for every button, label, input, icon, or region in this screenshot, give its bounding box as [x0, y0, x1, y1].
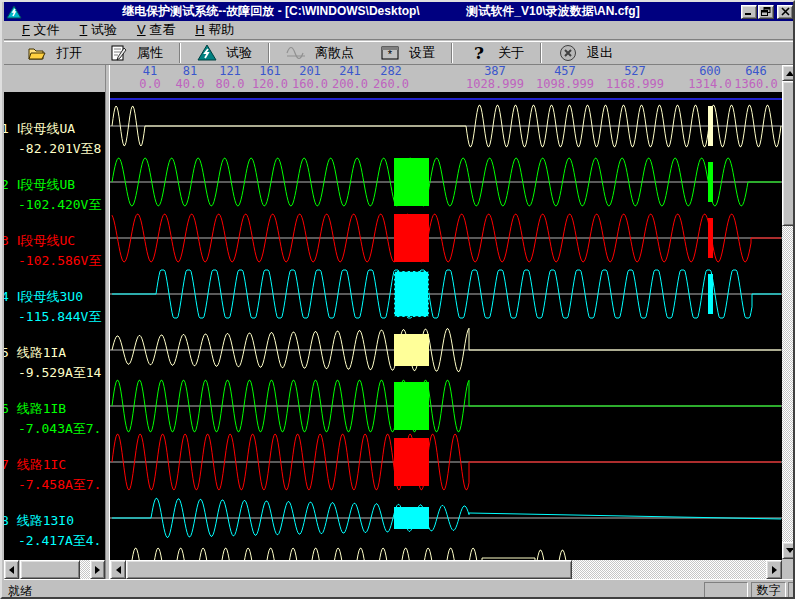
channel-range-label: -7.043A至7. — [18, 421, 101, 436]
waveform-plot — [110, 92, 782, 560]
channel-labels: 1 Ⅰ段母线UA-82.201V至82 Ⅰ段母线UB-102.420V至3 Ⅰ段… — [4, 92, 105, 560]
ruler-tick: 4571098.999 — [536, 65, 594, 91]
test-lightning-icon — [197, 44, 217, 62]
waveform-scroll-left-button[interactable] — [110, 560, 126, 579]
fault-square-marker[interactable] — [394, 214, 429, 262]
ruler-tick: 282260.0 — [373, 65, 409, 91]
svg-text:?: ? — [474, 44, 484, 62]
settings-icon: * — [380, 44, 400, 62]
labels-scroll-left-button[interactable] — [4, 560, 19, 579]
restore-button[interactable] — [758, 5, 774, 19]
window-title: 继电保护测试系统--故障回放 - [C:\WINDOWS\Desktop\ 测试… — [22, 3, 740, 20]
fault-square-marker[interactable] — [394, 438, 429, 486]
ruler-tick: 8140.0 — [176, 65, 205, 91]
channel-name-label: 7 线路1IC — [4, 457, 66, 472]
fault-square-marker[interactable] — [394, 507, 429, 529]
channel-name-label: 8 线路13I0 — [4, 513, 74, 528]
status-mode-badge: 数字 — [751, 582, 786, 598]
vertical-scrollbar[interactable] — [782, 65, 795, 559]
channel-name-label: 3 Ⅰ段母线UC — [4, 233, 75, 248]
scrollbar-corner — [782, 560, 795, 579]
channel-range-label: -82.201V至8 — [18, 141, 101, 156]
cursor-bar-marker — [708, 218, 713, 258]
close-button[interactable] — [777, 5, 793, 19]
waveform-area[interactable] — [110, 92, 782, 560]
ruler-spacer — [4, 65, 105, 92]
menu-bar: F 文件 T 试验 V 查看 H 帮助 — [4, 21, 795, 40]
about-button[interactable]: ? 关于 — [456, 43, 537, 63]
channel-range-label: -115.844V至 — [18, 309, 101, 324]
menu-test[interactable]: T 试验 — [70, 20, 127, 40]
menu-view[interactable]: V 查看 — [127, 20, 185, 40]
status-panel-empty — [788, 582, 795, 598]
fault-square-marker[interactable] — [394, 382, 429, 430]
ruler: 410.08140.012180.0161120.0201160.0241200… — [110, 65, 782, 92]
ruler-tick: 161120.0 — [252, 65, 288, 91]
cursor-bar-marker — [708, 162, 713, 202]
fault-square-marker[interactable] — [394, 334, 429, 366]
status-panel-empty — [704, 582, 748, 598]
ruler-tick: 241200.0 — [332, 65, 368, 91]
open-button[interactable]: 打开 — [14, 43, 95, 63]
fault-square-marker[interactable] — [394, 271, 429, 317]
channel-name-label: 1 Ⅰ段母线UA — [4, 121, 75, 136]
svg-text:*: * — [388, 48, 393, 60]
waveform-scroll-right-button[interactable] — [766, 560, 782, 579]
sine-wave-icon — [286, 44, 306, 62]
toolbar: 打开 属性 试验 离散点 — [4, 41, 795, 65]
settings-button[interactable]: * 设置 — [367, 43, 448, 63]
scroll-up-button[interactable] — [782, 65, 795, 81]
channel-name-label: 2 Ⅰ段母线UB — [4, 177, 75, 192]
menu-help[interactable]: H 帮助 — [185, 20, 244, 40]
waveform-scroll-thumb[interactable] — [126, 560, 572, 579]
waveform-scroll-track[interactable] — [572, 560, 766, 579]
cursor-bar-marker — [708, 106, 713, 146]
vertical-scroll-thumb[interactable] — [782, 81, 795, 226]
question-mark-icon: ? — [469, 44, 489, 62]
labels-scroll-track[interactable] — [80, 560, 90, 579]
ruler-tick: 6001314.0 — [688, 65, 731, 91]
ruler-tick: 5271168.999 — [606, 65, 664, 91]
status-ready-text: 就绪 — [8, 583, 32, 599]
app-window: 继电保护测试系统--故障回放 - [C:\WINDOWS\Desktop\ 测试… — [0, 0, 795, 599]
channel-range-label: -2.417A至4. — [18, 533, 101, 548]
exit-button[interactable]: 退出 — [545, 43, 626, 63]
labels-scroll-right-button[interactable] — [90, 560, 105, 579]
channel-range-label: -7.458A至7. — [18, 477, 101, 492]
status-bar: 就绪 数字 — [4, 579, 795, 599]
exit-icon — [558, 44, 578, 62]
ruler-tick: 6461360.0 — [734, 65, 777, 91]
ruler-tick: 201160.0 — [292, 65, 328, 91]
open-folder-icon — [27, 44, 47, 62]
fault-square-marker[interactable] — [394, 158, 429, 206]
discrete-points-button[interactable]: 离散点 — [273, 43, 367, 63]
toolbar-separator — [179, 43, 181, 63]
waveform-trace — [130, 548, 575, 560]
minimize-button[interactable] — [741, 5, 757, 19]
channel-name-label: 4 Ⅰ段母线3U0 — [4, 289, 83, 304]
ruler-tick: 410.0 — [139, 65, 161, 91]
waveform-scrollbar[interactable] — [110, 560, 782, 579]
app-icon — [6, 5, 22, 19]
labels-scrollbar[interactable] — [4, 560, 105, 579]
ruler-tick: 3871028.999 — [466, 65, 524, 91]
vertical-scroll-track[interactable] — [782, 226, 795, 542]
menu-file[interactable]: F 文件 — [12, 20, 70, 40]
channel-range-label: -102.586V至 — [18, 253, 101, 268]
cursor-bar-marker — [708, 274, 713, 314]
ruler-tick: 12180.0 — [216, 65, 245, 91]
properties-button[interactable]: 属性 — [95, 43, 176, 63]
test-button[interactable]: 试验 — [184, 43, 265, 63]
channel-name-label: 6 线路1IB — [4, 401, 66, 416]
channel-name-label: 5 线路1IA — [4, 345, 66, 360]
scroll-down-button[interactable] — [782, 542, 795, 559]
toolbar-separator — [451, 43, 453, 63]
title-bar: 继电保护测试系统--故障回放 - [C:\WINDOWS\Desktop\ 测试… — [4, 2, 795, 21]
toolbar-separator — [268, 43, 270, 63]
properties-icon — [108, 44, 128, 62]
channel-range-label: -102.420V至 — [18, 197, 101, 212]
labels-scroll-thumb[interactable] — [20, 560, 80, 579]
toolbar-separator — [540, 43, 542, 63]
channel-range-label: -9.529A至14 — [18, 365, 101, 380]
